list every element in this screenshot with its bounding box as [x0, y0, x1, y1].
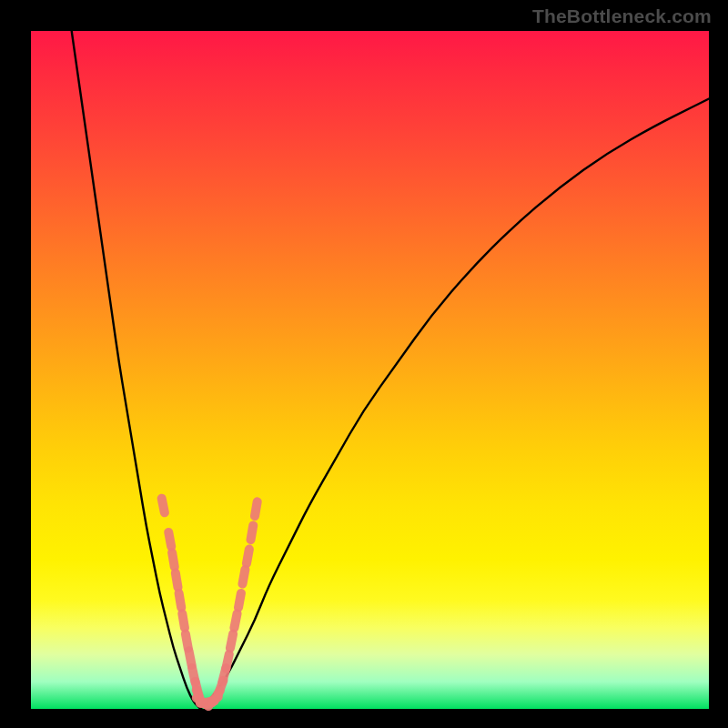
marker-dash — [255, 501, 258, 516]
marker-dash — [238, 593, 241, 608]
marker-dash — [168, 532, 171, 547]
marker-dash — [234, 613, 237, 628]
curve-layer — [0, 0, 728, 728]
marker-dash — [242, 570, 245, 584]
marker-dash — [189, 651, 192, 665]
marker-dash — [226, 654, 228, 669]
marker-group — [162, 499, 258, 706]
curve-group — [72, 31, 709, 709]
marker-dash — [179, 593, 182, 608]
marker-dash — [186, 634, 188, 649]
marker-dash — [182, 613, 185, 628]
marker-dash — [247, 550, 249, 564]
marker-dash — [172, 552, 175, 567]
curve-right-branch — [200, 99, 709, 710]
marker-dash — [162, 499, 165, 513]
marker-dash — [251, 525, 254, 540]
marker-dash — [176, 573, 178, 588]
marker-dash — [230, 634, 233, 649]
chart-frame: TheBottleneck.com — [0, 0, 728, 728]
